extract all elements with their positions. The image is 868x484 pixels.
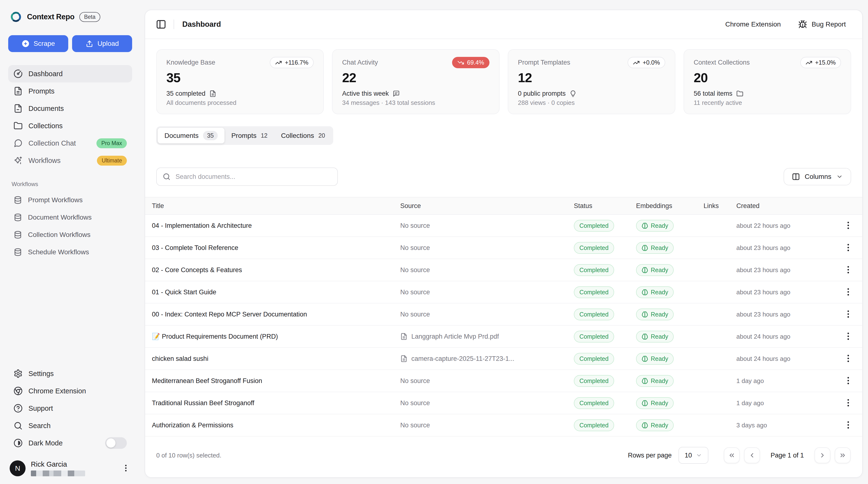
trend-value: +0.0% — [643, 59, 660, 66]
page-title: Dashboard — [182, 20, 221, 29]
row-actions-button[interactable] — [843, 307, 854, 322]
upload-button[interactable]: Upload — [72, 35, 132, 52]
column-header[interactable]: Title — [152, 202, 400, 210]
plan-badge: Ultimate — [97, 156, 127, 166]
brand-name: Context Repo — [27, 12, 74, 21]
doc-created: about 23 hours ago — [736, 244, 828, 252]
doc-created: 1 day ago — [736, 377, 828, 385]
table-row[interactable]: chicken salad sushi camera-capture-2025-… — [145, 348, 862, 370]
avatar: N — [10, 460, 26, 476]
sidebar-nav-label: Dashboard — [28, 70, 63, 78]
row-actions-button[interactable] — [843, 218, 854, 233]
row-actions-button[interactable] — [843, 396, 854, 410]
chevrons-left-icon — [728, 452, 735, 459]
dark-mode-row[interactable]: Dark Mode — [8, 434, 132, 452]
stat-title: Context Collections — [694, 59, 750, 66]
table-row[interactable]: 01 - Quick Start Guide No source Complet… — [145, 281, 862, 303]
columns-button[interactable]: Columns — [784, 168, 851, 185]
tab[interactable]: Collections 20 — [274, 129, 332, 143]
embeddings-badge: Ready — [636, 242, 674, 254]
toggle-knob — [106, 439, 116, 448]
user-menu-button[interactable] — [121, 462, 131, 474]
user-row[interactable]: N Rick Garcia — [8, 459, 132, 477]
workflow-nav-item[interactable]: Document Workflows — [8, 209, 132, 226]
folder-icon — [736, 90, 743, 97]
column-header[interactable]: Status — [574, 202, 636, 210]
scrape-button[interactable]: Scrape — [8, 35, 68, 52]
file-icon — [13, 104, 23, 113]
doc-title: chicken salad sushi — [152, 355, 400, 362]
tab-label: Collections — [281, 132, 314, 139]
column-header[interactable]: Links — [704, 202, 736, 210]
doc-source: No source — [400, 222, 430, 229]
sidebar-footer-item[interactable]: Support — [8, 400, 132, 417]
workflow-nav-item[interactable]: Collection Workflows — [8, 226, 132, 244]
message-square-icon — [393, 90, 400, 97]
doc-source: Langgraph Article Mvp Prd.pdf — [411, 333, 499, 340]
table-row[interactable]: Mediterranean Beef Stroganoff Fusion No … — [145, 370, 862, 392]
sidebar-nav-item[interactable]: Workflows Ultimate — [8, 152, 132, 169]
sidebar-footer-label: Support — [28, 405, 53, 412]
tab[interactable]: Documents 35 — [158, 128, 224, 143]
table-header-row: TitleSourceStatusEmbeddingsLinksCreated — [145, 197, 862, 215]
row-actions-button[interactable] — [843, 285, 854, 299]
sidebar-nav-label: Collection Chat — [28, 139, 76, 147]
sidebar-nav-item[interactable]: Documents — [8, 100, 132, 117]
search-input[interactable] — [175, 173, 332, 181]
previous-page-button[interactable] — [744, 447, 760, 463]
chrome-extension-link[interactable]: Chrome Extension — [724, 20, 782, 28]
column-header[interactable]: Source — [400, 202, 574, 210]
doc-title: 00 - Index: Context Repo MCP Server Docu… — [152, 311, 400, 318]
dark-mode-switch[interactable] — [105, 437, 127, 449]
table-row[interactable]: 📝 Product Requirements Document (PRD) La… — [145, 326, 862, 348]
embeddings-badge: Ready — [636, 353, 674, 365]
sidebar-nav-item[interactable]: Dashboard — [8, 65, 132, 83]
doc-title: 📝 Product Requirements Document (PRD) — [152, 333, 400, 340]
sidebar-footer-item[interactable]: Settings — [8, 365, 132, 382]
row-actions-button[interactable] — [843, 240, 854, 255]
first-page-button[interactable] — [724, 447, 740, 463]
table-row[interactable]: 02 - Core Concepts & Features No source … — [145, 259, 862, 281]
workflow-nav-label: Schedule Workflows — [28, 248, 89, 256]
row-actions-button[interactable] — [843, 351, 854, 366]
doc-title: Mediterranean Beef Stroganoff Fusion — [152, 377, 400, 385]
stat-card: Context Collections +15.0% 20 56 to — [684, 49, 851, 114]
dark-mode-label: Dark Mode — [28, 439, 63, 447]
database-icon — [13, 196, 22, 204]
row-actions-button[interactable] — [843, 329, 854, 344]
table-row[interactable]: 04 - Implementation & Architecture No so… — [145, 215, 862, 237]
doc-source: No source — [400, 244, 430, 252]
tab[interactable]: Prompts 12 — [224, 129, 274, 143]
table-row[interactable]: 00 - Index: Context Repo MCP Server Docu… — [145, 303, 862, 326]
stat-value: 35 — [166, 70, 314, 85]
embeddings-badge: Ready — [636, 220, 674, 232]
column-header[interactable]: Embeddings — [636, 202, 704, 210]
table-row[interactable]: Traditional Russian Beef Stroganoff No s… — [145, 392, 862, 414]
doc-created: about 22 hours ago — [736, 222, 828, 229]
row-actions-button[interactable] — [843, 263, 854, 277]
chrome-icon — [13, 386, 23, 395]
bug-report-link[interactable]: Bug Report — [797, 20, 847, 29]
brain-icon — [642, 333, 648, 340]
workflow-nav-item[interactable]: Schedule Workflows — [8, 244, 132, 261]
page-size-select[interactable]: 10 — [679, 447, 708, 464]
stat-line1: Active this week — [342, 90, 389, 97]
next-page-button[interactable] — [814, 447, 830, 463]
row-actions-button[interactable] — [843, 374, 854, 388]
table-row[interactable]: 03 - Complete Tool Reference No source C… — [145, 237, 862, 259]
column-header[interactable]: Created — [736, 202, 828, 210]
sidebar-footer-item[interactable]: Chrome Extension — [8, 382, 132, 400]
row-actions-button[interactable] — [843, 418, 854, 432]
message-circle-icon — [13, 138, 23, 148]
sidebar-nav-item[interactable]: Collection Chat Pro Max — [8, 134, 132, 152]
workflow-nav-item[interactable]: Prompt Workflows — [8, 191, 132, 209]
sidebar-nav-item[interactable]: Collections — [8, 117, 132, 134]
selection-status: 0 of 10 row(s) selected. — [156, 452, 221, 459]
last-page-button[interactable] — [835, 447, 850, 463]
context-repo-logo — [10, 10, 22, 23]
table-row[interactable]: Authorization & Permissions No source Co… — [145, 414, 862, 437]
search-box[interactable] — [156, 167, 338, 186]
sidebar-nav-item[interactable]: Prompts — [8, 83, 132, 100]
sidebar-toggle-button[interactable] — [156, 19, 166, 30]
sidebar-footer-item[interactable]: Search — [8, 417, 132, 434]
